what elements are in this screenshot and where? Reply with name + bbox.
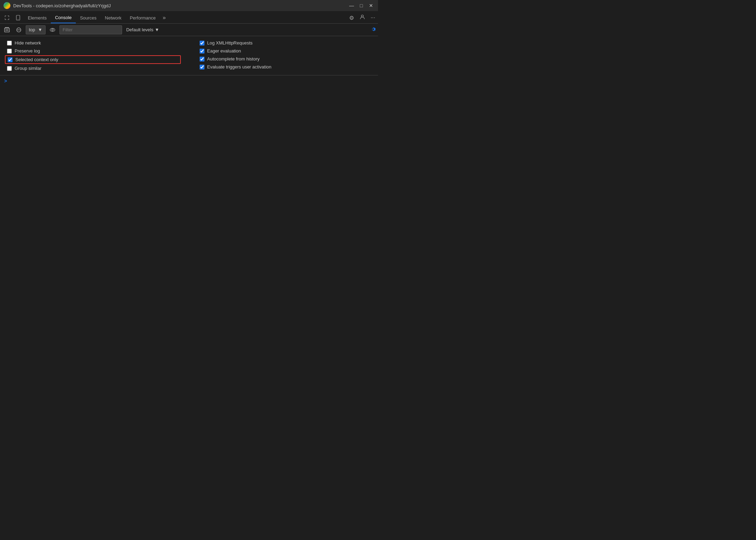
selected-context-checkbox[interactable] xyxy=(8,57,13,62)
svg-point-2 xyxy=(361,15,363,17)
console-settings-gear[interactable] xyxy=(370,26,376,33)
eager-eval-item[interactable]: Eager evaluation xyxy=(200,48,371,54)
hide-network-label: Hide network xyxy=(15,40,41,46)
tab-network[interactable]: Network xyxy=(101,12,126,23)
preserve-log-label: Preserve log xyxy=(15,48,40,54)
title-bar-controls: — □ ✕ xyxy=(348,3,375,8)
context-selector[interactable]: top ▼ xyxy=(26,25,46,34)
no-entry-icon[interactable] xyxy=(14,25,24,35)
console-area[interactable]: > xyxy=(0,75,378,270)
log-xhr-checkbox[interactable] xyxy=(200,41,204,46)
eye-icon[interactable] xyxy=(48,25,57,35)
user-icon[interactable] xyxy=(358,14,367,22)
selected-context-item[interactable]: Selected context only xyxy=(5,55,181,64)
hide-network-item[interactable]: Hide network xyxy=(7,40,179,46)
minimize-button[interactable]: — xyxy=(348,3,355,8)
svg-point-7 xyxy=(51,29,53,31)
group-similar-checkbox[interactable] xyxy=(7,66,12,71)
more-options-icon[interactable]: ··· xyxy=(369,14,377,22)
more-tabs-button[interactable]: » xyxy=(160,12,169,23)
devtools-icon xyxy=(3,2,10,9)
main-content: Elements Console Sources Network Perform… xyxy=(0,11,378,270)
eval-triggers-label: Evaluate triggers user activation xyxy=(207,64,272,69)
title-bar: DevTools - codepen.io/zoherghadyali/full… xyxy=(0,0,378,11)
close-button[interactable]: ✕ xyxy=(368,3,375,8)
autocomplete-history-item[interactable]: Autocomplete from history xyxy=(200,56,371,62)
eval-triggers-checkbox[interactable] xyxy=(200,65,204,69)
hide-network-checkbox[interactable] xyxy=(7,41,12,46)
tab-console[interactable]: Console xyxy=(51,12,76,23)
maximize-button[interactable]: □ xyxy=(358,3,365,8)
tab-sources[interactable]: Sources xyxy=(76,12,101,23)
settings-right-col: Log XMLHttpRequests Eager evaluation Aut… xyxy=(200,40,371,69)
log-xhr-label: Log XMLHttpRequests xyxy=(207,40,253,46)
inspector-icon[interactable] xyxy=(1,12,13,23)
settings-row: Hide network Preserve log Selected conte… xyxy=(7,40,371,71)
title-bar-text: DevTools - codepen.io/zoherghadyali/full… xyxy=(13,3,345,8)
context-value: top xyxy=(29,27,35,32)
log-xhr-item[interactable]: Log XMLHttpRequests xyxy=(200,40,371,46)
device-toolbar-icon[interactable] xyxy=(13,12,24,23)
eager-eval-label: Eager evaluation xyxy=(207,48,241,54)
preserve-log-item[interactable]: Preserve log xyxy=(7,48,179,54)
group-similar-label: Group similar xyxy=(15,66,41,71)
settings-icon[interactable]: ⚙ xyxy=(348,14,355,22)
tab-performance[interactable]: Performance xyxy=(126,12,160,23)
context-arrow: ▼ xyxy=(38,27,42,32)
preserve-log-checkbox[interactable] xyxy=(7,49,12,54)
eval-triggers-item[interactable]: Evaluate triggers user activation xyxy=(200,64,371,69)
console-toolbar: top ▼ Default levels ▼ xyxy=(0,24,378,36)
selected-context-label: Selected context only xyxy=(15,57,58,62)
autocomplete-history-checkbox[interactable] xyxy=(200,57,204,62)
log-levels-button[interactable]: Default levels ▼ xyxy=(124,26,161,33)
clear-console-button[interactable] xyxy=(2,25,12,35)
settings-left-col: Hide network Preserve log Selected conte… xyxy=(7,40,179,71)
autocomplete-history-label: Autocomplete from history xyxy=(207,56,260,62)
tab-elements[interactable]: Elements xyxy=(24,12,51,23)
settings-panel: Hide network Preserve log Selected conte… xyxy=(0,36,378,75)
console-prompt: > xyxy=(4,78,7,84)
tab-bar: Elements Console Sources Network Perform… xyxy=(0,11,378,24)
filter-input[interactable] xyxy=(59,25,122,34)
tab-bar-right: ⚙ ··· xyxy=(348,14,377,23)
svg-point-6 xyxy=(50,28,55,31)
group-similar-item[interactable]: Group similar xyxy=(7,66,179,71)
eager-eval-checkbox[interactable] xyxy=(200,49,204,54)
